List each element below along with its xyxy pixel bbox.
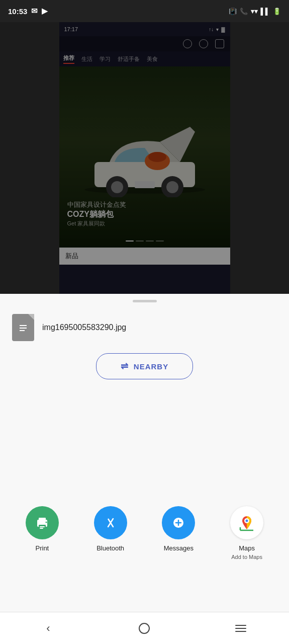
app-screenshot: 17:17 ↑↓ ▾ ▓ 推荐 生活 学习 舒适手备 美食 <box>0 22 289 294</box>
bluetooth-label: Bluetooth <box>97 544 124 553</box>
messages-icon <box>169 514 187 532</box>
bluetooth-icon-circle <box>94 506 127 539</box>
email-icon: ✉ <box>31 7 38 16</box>
nearby-label: NEARBY <box>134 362 168 371</box>
drag-handle[interactable] <box>0 294 289 308</box>
nearby-section: ⇌ NEARBY <box>0 349 289 389</box>
maps-icon-circle <box>230 506 263 539</box>
print-icon <box>33 514 51 532</box>
navigation-bar: ‹ <box>0 612 289 644</box>
nearby-button[interactable]: ⇌ NEARBY <box>96 353 193 379</box>
app-grid-row: Print Bluetooth Messages <box>0 490 289 570</box>
maps-sublabel: Add to Maps <box>231 554 262 560</box>
home-button[interactable] <box>129 618 159 638</box>
status-left: 10:53 ✉ ▶ <box>8 7 48 16</box>
app-item-maps[interactable]: MapsAdd to Maps <box>222 506 272 561</box>
share-sheet: img1695005583290.jpg ⇌ NEARBY Print <box>0 294 289 616</box>
file-name: img1695005583290.jpg <box>42 323 126 332</box>
nearby-icon: ⇌ <box>121 361 129 372</box>
svg-point-22 <box>246 520 248 522</box>
svg-rect-13 <box>39 518 46 521</box>
file-lines-svg <box>18 320 29 335</box>
back-button[interactable]: ‹ <box>33 618 63 638</box>
app-item-messages[interactable]: Messages <box>153 506 204 553</box>
file-icon <box>12 314 34 341</box>
app-item-print[interactable]: Print <box>17 506 67 553</box>
battery-icon: 🔋 <box>273 8 281 15</box>
file-info-row: img1695005583290.jpg <box>0 308 289 349</box>
messages-icon-circle <box>162 506 195 539</box>
vibrate-icon: 📳 <box>229 8 237 15</box>
print-label: Print <box>36 544 49 553</box>
wifi-icon: ▾▾ <box>251 8 258 15</box>
status-right: 📳 📞 ▾▾ ▌▌ 🔋 <box>229 8 281 15</box>
file-icon-fold <box>28 314 34 320</box>
status-time: 10:53 <box>8 7 27 16</box>
maps-icon <box>236 512 257 533</box>
app-item-bluetooth[interactable]: Bluetooth <box>85 506 136 553</box>
menu-icon <box>235 625 246 632</box>
bluetooth-icon <box>102 514 120 532</box>
play-icon: ▶ <box>42 7 48 16</box>
phone-icon: 📞 <box>240 8 248 15</box>
menu-button[interactable] <box>226 618 256 638</box>
app-overlay <box>0 22 289 294</box>
svg-point-17 <box>45 522 47 523</box>
status-bar: 10:53 ✉ ▶ 📳 📞 ▾▾ ▌▌ 🔋 <box>0 0 289 22</box>
signal-icon: ▌▌ <box>261 8 270 15</box>
print-icon-circle <box>26 506 59 539</box>
maps-label: MapsAdd to Maps <box>231 544 262 561</box>
messages-label: Messages <box>164 544 194 553</box>
svg-rect-16 <box>40 528 43 529</box>
drag-handle-bar <box>133 300 157 302</box>
home-icon <box>139 623 150 634</box>
back-icon: ‹ <box>46 622 50 635</box>
svg-rect-15 <box>40 526 45 527</box>
empty-space <box>0 389 289 490</box>
